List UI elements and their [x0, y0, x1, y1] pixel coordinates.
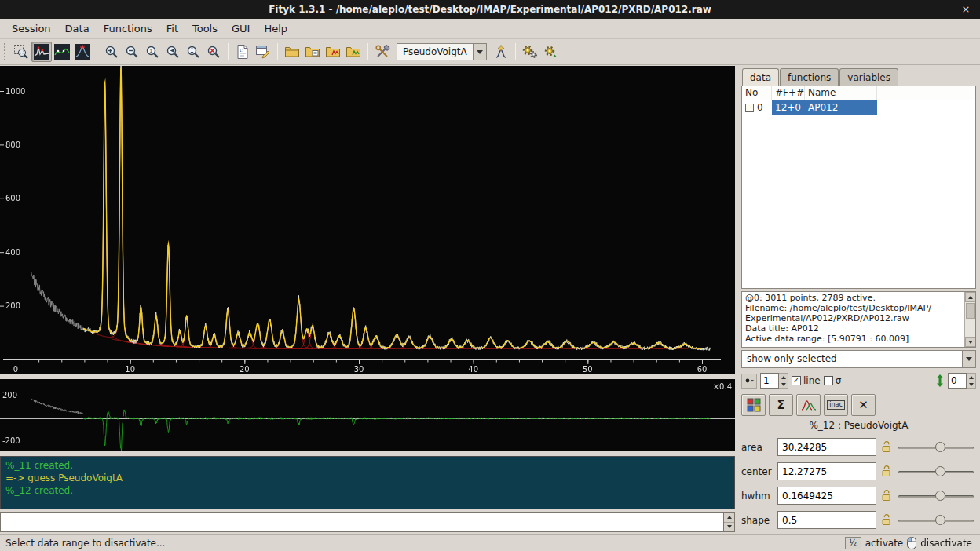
data-range-mode-button[interactable]	[31, 42, 52, 62]
slider-thumb[interactable]	[935, 515, 945, 525]
load-data-icon	[325, 44, 341, 60]
fityk-window: Fityk 1.3.1 - /home/aleplo/test/Desktop/…	[0, 0, 980, 551]
spin-down-button[interactable]	[967, 381, 975, 388]
menu-data[interactable]: Data	[58, 20, 97, 37]
zoom-100-button[interactable]: 1	[142, 42, 163, 62]
shift-value[interactable]	[948, 373, 967, 389]
menu-help[interactable]: Help	[257, 20, 294, 37]
zoom-100-icon: 1	[144, 44, 160, 60]
dataset-functions-cell[interactable]: 12+0	[772, 100, 805, 115]
show-sum-button[interactable]: Σ	[769, 394, 793, 416]
data-transform-button[interactable]	[372, 42, 393, 62]
param-center-input[interactable]	[777, 462, 876, 480]
status-mouse-hint-panel: ½ activate disactivate	[730, 535, 980, 551]
lock-open-icon[interactable]	[879, 441, 893, 453]
vertical-splitter[interactable]	[735, 66, 741, 534]
zoom-in-button[interactable]	[101, 42, 122, 62]
zoom-prev-button[interactable]	[163, 42, 183, 62]
point-size-button[interactable]	[741, 374, 757, 389]
zoom-rect-mode-button[interactable]	[11, 42, 31, 62]
show-functions-button[interactable]	[796, 394, 821, 416]
dataset-no-cell: 0	[742, 100, 772, 115]
hide-all-button[interactable]: ✕	[851, 394, 876, 416]
dataset-color-swatch[interactable]	[745, 104, 754, 112]
spin-up-button[interactable]	[967, 374, 975, 381]
run-fit-button[interactable]	[520, 42, 540, 62]
param-shape-slider[interactable]	[896, 513, 976, 528]
load-data-custom-button[interactable]	[343, 42, 364, 62]
triangle-up-icon	[727, 516, 732, 519]
command-input[interactable]	[0, 512, 724, 532]
show-inactive-button[interactable]: inac	[824, 394, 848, 416]
open-session-button[interactable]	[282, 42, 302, 62]
baseline-mode-button[interactable]	[52, 42, 72, 62]
info-line: Active data range: [5.90791 : 60.009]	[745, 334, 961, 344]
function-type-select[interactable]: PseudoVoigtA	[397, 43, 487, 60]
plot-sash[interactable]	[0, 374, 735, 379]
param-area-slider[interactable]	[896, 440, 976, 455]
menu-gui[interactable]: GUI	[225, 20, 257, 37]
fit-settings-button[interactable]	[540, 42, 561, 62]
zoom-out-button[interactable]	[122, 42, 142, 62]
filter-dropdown-button[interactable]	[962, 351, 975, 367]
close-window-button[interactable]: ×	[960, 3, 972, 16]
zoom-vertical-button[interactable]	[183, 42, 203, 62]
dataset-row[interactable]: 0 12+0 AP012	[742, 100, 975, 115]
slider-thumb[interactable]	[935, 466, 945, 476]
status-extra-button[interactable]: ½	[845, 537, 861, 549]
scroll-up-button[interactable]	[965, 292, 975, 302]
checkbox-unchecked-icon[interactable]	[824, 376, 833, 385]
spin-down-button[interactable]	[779, 381, 788, 388]
info-line: Data title: AP012	[745, 323, 961, 334]
lock-open-icon[interactable]	[879, 490, 893, 502]
scrollbar-thumb[interactable]	[966, 303, 975, 319]
scroll-down-button[interactable]	[965, 337, 975, 347]
slider-thumb[interactable]	[935, 442, 945, 452]
dataset-list: No #F+# Name 0 12+0 AP012	[741, 86, 976, 289]
toolbar-separator	[515, 43, 516, 60]
include-script-button[interactable]	[302, 42, 323, 62]
line-checkbox[interactable]: line	[792, 375, 821, 386]
slider-thumb[interactable]	[935, 491, 945, 501]
svg-text:1:: 1:	[240, 48, 243, 53]
lock-open-icon[interactable]	[879, 514, 893, 526]
console-line: =-> guess PseudoVoigtA	[5, 472, 730, 484]
history-down-button[interactable]	[724, 523, 734, 532]
edit-script-button[interactable]	[253, 42, 273, 62]
dataset-name-cell[interactable]: AP012	[805, 100, 877, 115]
history-up-button[interactable]	[724, 513, 734, 523]
function-type-value: PseudoVoigtA	[397, 46, 473, 57]
menu-tools[interactable]: Tools	[185, 20, 225, 37]
run-fit-icon	[522, 44, 538, 60]
tab-data[interactable]: data	[742, 68, 779, 86]
param-center-slider[interactable]	[896, 464, 976, 480]
param-hwhm-slider[interactable]	[896, 488, 976, 504]
auto-add-button[interactable]	[491, 42, 511, 62]
main-plot-canvas[interactable]	[0, 66, 735, 374]
dataset-colors-button[interactable]	[741, 394, 766, 416]
toolbar-grip[interactable]	[4, 43, 7, 60]
edit-script-icon	[255, 44, 271, 60]
menu-session[interactable]: Session	[5, 20, 58, 37]
param-hwhm-input[interactable]	[777, 487, 876, 505]
add-peak-mode-button[interactable]	[72, 42, 93, 62]
spin-up-button[interactable]	[779, 374, 788, 381]
point-size-value[interactable]	[760, 373, 779, 389]
menu-fit[interactable]: Fit	[159, 20, 185, 37]
tab-variables[interactable]: variables	[839, 68, 898, 86]
zoom-all-button[interactable]	[203, 42, 224, 62]
param-shape-input[interactable]	[777, 511, 876, 529]
menu-functions[interactable]: Functions	[97, 20, 159, 37]
load-data-button[interactable]	[323, 42, 343, 62]
aux-plot-canvas[interactable]	[0, 379, 735, 451]
scrollbar-track[interactable]	[965, 319, 975, 337]
checkbox-checked-icon[interactable]	[792, 376, 801, 385]
new-script-button[interactable]: 1:	[232, 42, 253, 62]
tab-functions[interactable]: functions	[780, 68, 839, 86]
function-type-dropdown-button[interactable]	[473, 44, 486, 60]
info-scrollbar[interactable]	[964, 292, 975, 347]
lock-open-icon[interactable]	[879, 465, 893, 477]
param-area-input[interactable]	[777, 438, 876, 456]
sigma-checkbox[interactable]: σ	[824, 375, 842, 386]
filter-dropdown[interactable]: show only selected	[741, 350, 976, 368]
